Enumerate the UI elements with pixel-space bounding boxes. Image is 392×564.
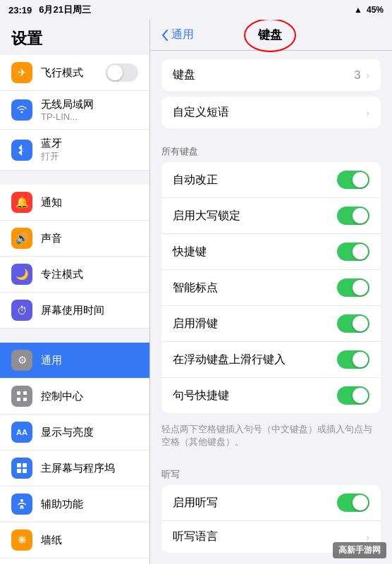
- sidebar-group-3: ⚙ 通用 控制中心 AA 显示与亮度 主屏幕与程序坞: [0, 343, 149, 564]
- sidebar-label-wallpaper: 墙纸: [41, 534, 138, 547]
- sidebar-item-sound[interactable]: 🔊 声音: [0, 221, 149, 257]
- capslock-toggle[interactable]: [337, 207, 369, 225]
- nav-header: 通用 键盘: [150, 20, 392, 51]
- group-gap-2: [0, 329, 149, 343]
- airplane-toggle[interactable]: [106, 63, 138, 82]
- setting-smartpunct[interactable]: 智能标点: [161, 270, 381, 306]
- shortcuts-row[interactable]: 自定义短语 ›: [161, 97, 381, 128]
- svg-rect-3: [23, 398, 27, 401]
- keyboard-row[interactable]: 键盘 3 ›: [161, 59, 381, 91]
- svg-rect-5: [23, 463, 27, 467]
- svg-rect-0: [17, 391, 20, 395]
- smartpunct-label: 智能标点: [173, 281, 331, 295]
- battery-text: 45%: [367, 5, 384, 15]
- screentime-icon: ⏱: [11, 300, 32, 321]
- keyboard-label: 键盘: [173, 68, 348, 82]
- autocorrect-label: 自动改正: [173, 173, 331, 188]
- shortcut-toggle[interactable]: [337, 243, 369, 261]
- sidebar-item-homescreen[interactable]: 主屏幕与程序坞: [0, 450, 149, 486]
- nav-back-button[interactable]: 通用: [161, 27, 194, 42]
- shortcut-label: 快捷键: [173, 245, 331, 259]
- status-left: 23:19 6月21日周三: [8, 4, 91, 16]
- sidebar-label-controlcenter: 控制中心: [41, 390, 138, 403]
- accessibility-icon: [11, 494, 32, 515]
- sidebar-label-focus: 专注模式: [41, 268, 138, 281]
- period-shortcut-label: 句号快捷键: [173, 388, 331, 403]
- setting-flick-floating[interactable]: 在浮动键盘上滑行键入: [161, 342, 381, 378]
- sidebar-item-airplane[interactable]: ✈ 飞行模式: [0, 55, 149, 91]
- sidebar-label-bluetooth: 蓝牙: [41, 137, 138, 150]
- sidebar-item-bluetooth[interactable]: 蓝牙 打开: [0, 130, 149, 171]
- sidebar-label-homescreen: 主屏幕与程序坞: [41, 462, 138, 475]
- keyboard-value: 3: [354, 69, 360, 82]
- all-keyboards-header: 所有键盘: [150, 134, 392, 162]
- sound-icon: 🔊: [11, 228, 32, 249]
- sidebar-item-display[interactable]: AA 显示与亮度: [0, 415, 149, 450]
- status-bar: 23:19 6月21日周三 ▲ 45%: [0, 0, 392, 20]
- period-shortcut-toggle[interactable]: [337, 386, 369, 405]
- enable-dictation-toggle[interactable]: [337, 494, 369, 512]
- sidebar-item-accessibility[interactable]: 辅助功能: [0, 486, 149, 522]
- wifi-icon: ▲: [354, 5, 362, 15]
- wallpaper-icon: ❋: [11, 529, 32, 551]
- dictation-privacy-link[interactable]: 关于听写与隐私...: [150, 558, 392, 564]
- wifi-value: TP-LIN...: [41, 111, 138, 122]
- display-icon: AA: [11, 422, 32, 443]
- sidebar-label-airplane: 飞行模式: [41, 66, 97, 80]
- sidebar-item-controlcenter[interactable]: 控制中心: [0, 379, 149, 415]
- status-date: 6月21日周三: [39, 4, 91, 16]
- setting-flick[interactable]: 启用滑键: [161, 306, 381, 342]
- sidebar-label-general: 通用: [41, 354, 138, 367]
- flick-floating-toggle[interactable]: [337, 350, 369, 369]
- sidebar-item-focus[interactable]: 🌙 专注模式: [0, 257, 149, 293]
- svg-point-8: [20, 499, 23, 502]
- svg-rect-4: [17, 463, 21, 467]
- svg-rect-6: [17, 469, 21, 473]
- sidebar-item-screentime[interactable]: ⏱ 屏幕使用时间: [0, 293, 149, 329]
- setting-enable-dictation[interactable]: 启用听写: [161, 485, 381, 521]
- nav-back-label: 通用: [171, 27, 194, 42]
- setting-capslock[interactable]: 启用大写锁定: [161, 198, 381, 234]
- sidebar-item-wallpaper[interactable]: ❋ 墙纸: [0, 522, 149, 558]
- sidebar-group-network: ✈ 飞行模式 无线局域网 TP-LIN... 蓝牙: [0, 55, 149, 171]
- enable-dictation-label: 启用听写: [173, 496, 331, 510]
- setting-autocorrect[interactable]: 自动改正: [161, 162, 381, 198]
- keyboard-chevron: ›: [366, 70, 369, 81]
- shortcuts-label: 自定义短语: [173, 105, 360, 120]
- sidebar-item-siri[interactable]: S Siri与搜索: [0, 558, 149, 564]
- status-time: 23:19: [8, 5, 32, 16]
- sidebar-title: 设置: [0, 20, 149, 55]
- svg-rect-7: [23, 469, 27, 473]
- all-keyboards-group: 自动改正 启用大写锁定 快捷键 智能标点 启用滑键: [161, 162, 381, 413]
- nav-title: 键盘: [258, 27, 282, 43]
- focus-icon: 🌙: [11, 264, 32, 285]
- sidebar-label-screentime: 屏幕使用时间: [41, 304, 138, 317]
- setting-period-shortcut[interactable]: 句号快捷键: [161, 378, 381, 413]
- shortcuts-chevron: ›: [366, 107, 369, 118]
- capslock-label: 启用大写锁定: [173, 209, 331, 223]
- group-gap-1: [0, 171, 149, 185]
- smartpunct-toggle[interactable]: [337, 278, 369, 297]
- period-footer: 轻点两下空格键插入句号（中文键盘）或插入句点与空格（其他键盘）。: [150, 419, 392, 457]
- svg-rect-1: [23, 391, 27, 395]
- main-layout: 设置 ✈ 飞行模式 无线局域网 TP-LIN...: [0, 20, 392, 564]
- sidebar-label-notification: 通知: [41, 196, 138, 209]
- sidebar-item-general[interactable]: ⚙ 通用: [0, 343, 149, 379]
- dictation-lang-chevron: ›: [366, 532, 369, 543]
- notification-icon: 🔔: [11, 192, 32, 213]
- flick-toggle[interactable]: [337, 314, 369, 333]
- sidebar-item-notification[interactable]: 🔔 通知: [0, 185, 149, 221]
- right-panel: 通用 键盘 键盘 3 › 自定义短语 › 所有键盘 自动改正: [150, 20, 392, 564]
- dictation-header: 听写: [150, 457, 392, 485]
- general-icon: ⚙: [11, 350, 32, 371]
- autocorrect-toggle[interactable]: [337, 171, 369, 189]
- sidebar-item-wifi[interactable]: 无线局域网 TP-LIN...: [0, 91, 149, 130]
- sidebar-label-accessibility: 辅助功能: [41, 498, 138, 511]
- sidebar-label-sound: 声音: [41, 232, 138, 245]
- sidebar-group-2: 🔔 通知 🔊 声音 🌙 专注模式 ⏱ 屏幕使用时间: [0, 185, 149, 329]
- watermark: 高新手游网: [333, 542, 386, 558]
- status-right: ▲ 45%: [354, 5, 384, 15]
- sidebar: 设置 ✈ 飞行模式 无线局域网 TP-LIN...: [0, 20, 150, 564]
- setting-shortcut[interactable]: 快捷键: [161, 234, 381, 270]
- flick-floating-label: 在浮动键盘上滑行键入: [173, 352, 331, 367]
